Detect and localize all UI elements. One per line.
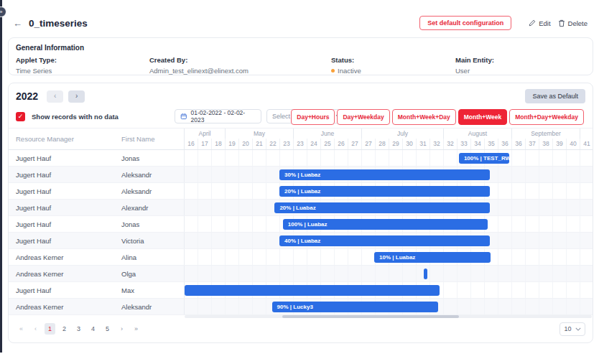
gantt-row: Jugert HaufJonas100% | TEST_RW2 bbox=[9, 150, 593, 167]
page-title: 0_timeseries bbox=[29, 18, 88, 29]
gantt-bar[interactable]: 30% | Luabaz bbox=[279, 169, 490, 180]
delete-button[interactable]: Delete bbox=[558, 19, 588, 27]
show-records-label: Show records with no data bbox=[32, 113, 119, 121]
pagination-page-1[interactable]: 1 bbox=[45, 323, 55, 335]
week-header-cell: 29 bbox=[389, 139, 402, 149]
pagination-page-2[interactable]: 2 bbox=[59, 323, 70, 335]
pagination-first[interactable]: « bbox=[16, 323, 27, 335]
resource-manager-cell: Andreas Kerner bbox=[9, 299, 114, 314]
gantt-bar[interactable]: 20% | Luabaz bbox=[279, 186, 490, 197]
pagination-previous[interactable]: ‹ bbox=[30, 323, 41, 335]
view-mode-button[interactable]: Month+Week+Day bbox=[392, 109, 456, 125]
show-records-checkbox[interactable]: ✓ bbox=[16, 112, 25, 121]
week-header-cell: 20 bbox=[238, 139, 252, 149]
week-header-cell: 33 bbox=[457, 139, 470, 149]
gantt-bar[interactable]: 40% | Luabaz bbox=[279, 235, 490, 246]
date-range-input[interactable]: 01-02-2022 - 02-02-2023 bbox=[175, 109, 261, 123]
week-header-cell: 26 bbox=[334, 139, 348, 149]
week-header-cell: 32 bbox=[429, 139, 443, 149]
calendar-icon bbox=[180, 113, 187, 120]
save-as-default-button[interactable]: Save as Default bbox=[525, 89, 585, 103]
resource-manager-cell: Jugert Hauf bbox=[9, 200, 114, 215]
gantt-row: Jugert HaufAlexandr20% | Luabaz bbox=[9, 200, 593, 216]
status-inactive-dot bbox=[331, 69, 335, 73]
resource-manager-cell: Jugert Hauf bbox=[9, 282, 114, 298]
week-header-cell: 39 bbox=[552, 139, 566, 149]
view-mode-button[interactable]: Month+Day+Weekday bbox=[509, 109, 584, 125]
month-header-cell: July bbox=[361, 129, 443, 139]
week-header-cell: 31 bbox=[416, 139, 429, 149]
week-header-cell: 18 bbox=[211, 139, 225, 149]
gantt-bar[interactable]: 100% | Luabaz bbox=[283, 219, 488, 230]
gantt-row-chart: 20% | Luabaz bbox=[184, 183, 593, 199]
first-name-cell: Olga bbox=[114, 266, 184, 281]
chevron-down-icon bbox=[575, 327, 581, 331]
week-header-cell: 36 bbox=[511, 139, 525, 149]
gantt-bar[interactable] bbox=[424, 269, 428, 279]
week-header-cell: 16 bbox=[184, 139, 198, 149]
gantt-row-chart: 100% | Luabaz bbox=[184, 216, 593, 232]
general-information-title: General Information bbox=[16, 44, 84, 52]
gantt-row-chart: 30% | Luabaz bbox=[184, 167, 593, 182]
horizontal-scrollbar-thumb[interactable] bbox=[282, 315, 459, 318]
column-header-first-name[interactable]: First Name bbox=[114, 135, 184, 143]
week-header-cell: 34 bbox=[470, 139, 484, 149]
sidebar-expand-button[interactable]: » bbox=[0, 6, 6, 17]
pagination-next[interactable]: › bbox=[116, 323, 127, 335]
gantt-row: Jugert HaufAleksandr30% | Luabaz bbox=[9, 167, 593, 183]
first-name-cell: Aleksandr bbox=[114, 183, 184, 199]
view-mode-button[interactable]: Day+Hours bbox=[291, 109, 335, 125]
gantt-bar[interactable]: 20% | Luabaz bbox=[274, 202, 489, 213]
week-header-cell: 30 bbox=[402, 139, 416, 149]
gantt-row: Andreas KernerOlga bbox=[9, 266, 593, 282]
week-header-cell: 23 bbox=[279, 139, 293, 149]
back-icon[interactable]: ← bbox=[13, 18, 22, 29]
resource-manager-cell: Jugert Hauf bbox=[9, 233, 114, 248]
general-information-card: General Information Applet Type: Time Se… bbox=[8, 37, 593, 75]
edit-button[interactable]: Edit bbox=[529, 19, 550, 27]
week-header-cell: 27 bbox=[361, 139, 375, 149]
page-size-select[interactable]: 10 bbox=[559, 322, 585, 336]
first-name-cell: Alexandr bbox=[114, 200, 184, 215]
next-year-button[interactable]: › bbox=[68, 90, 85, 103]
pagination-page-3[interactable]: 3 bbox=[73, 323, 84, 335]
gantt-bar[interactable]: 90% | Lucky3 bbox=[272, 302, 439, 312]
gantt-bar[interactable] bbox=[185, 285, 440, 296]
previous-year-button[interactable]: ‹ bbox=[47, 90, 63, 103]
first-name-cell: Max bbox=[114, 282, 184, 298]
column-header-resource-manager[interactable]: Resource Manager bbox=[9, 135, 114, 143]
gantt-row-chart: 20% | Luabaz bbox=[184, 200, 593, 215]
week-header-cell: 25 bbox=[320, 139, 334, 149]
set-default-configuration-button[interactable]: Set default configuration bbox=[419, 16, 511, 30]
pagination: « ‹ 12345 › » 10 bbox=[16, 322, 585, 336]
first-name-cell: Victoria bbox=[114, 233, 184, 248]
pagination-page-5[interactable]: 5 bbox=[102, 323, 113, 335]
week-header-cell: 38 bbox=[539, 139, 552, 149]
resource-manager-cell: Jugert Hauf bbox=[9, 167, 114, 182]
year-label: 2022 bbox=[16, 90, 38, 102]
gantt-row-chart bbox=[184, 266, 593, 281]
week-header-cell: 19 bbox=[225, 139, 238, 149]
field-status: Status: Inactive bbox=[331, 56, 455, 75]
page-size-value: 10 bbox=[564, 325, 571, 332]
field-applet-type: Applet Type: Time Series bbox=[16, 56, 149, 75]
month-header-cell: September bbox=[511, 129, 580, 139]
week-header-cell: 36 bbox=[498, 139, 511, 149]
resource-manager-cell: Andreas Kerner bbox=[9, 266, 114, 281]
week-header-cell: 35 bbox=[484, 139, 498, 149]
first-name-cell: Aleksandr bbox=[114, 167, 184, 182]
gantt-row-chart: 100% | TEST_RW2 bbox=[184, 150, 593, 166]
first-name-cell: Alina bbox=[114, 249, 184, 265]
view-mode-button[interactable]: Month+Week bbox=[458, 109, 508, 125]
status-value: Inactive bbox=[338, 67, 361, 75]
gantt-row: Jugert HaufMax bbox=[9, 282, 593, 299]
week-header-cell: 40 bbox=[566, 139, 580, 149]
pagination-page-4[interactable]: 4 bbox=[88, 323, 98, 335]
pagination-last[interactable]: » bbox=[131, 323, 141, 335]
gantt-bar[interactable]: 100% | TEST_RW2 bbox=[459, 153, 509, 164]
gantt-table: Resource Manager First Name AprilMayJune… bbox=[9, 128, 593, 315]
trash-icon bbox=[558, 19, 565, 27]
week-header-cell: 17 bbox=[198, 139, 211, 149]
gantt-bar[interactable]: 10% | Luabaz bbox=[374, 252, 491, 263]
view-mode-button[interactable]: Day+Weekday bbox=[337, 109, 389, 125]
